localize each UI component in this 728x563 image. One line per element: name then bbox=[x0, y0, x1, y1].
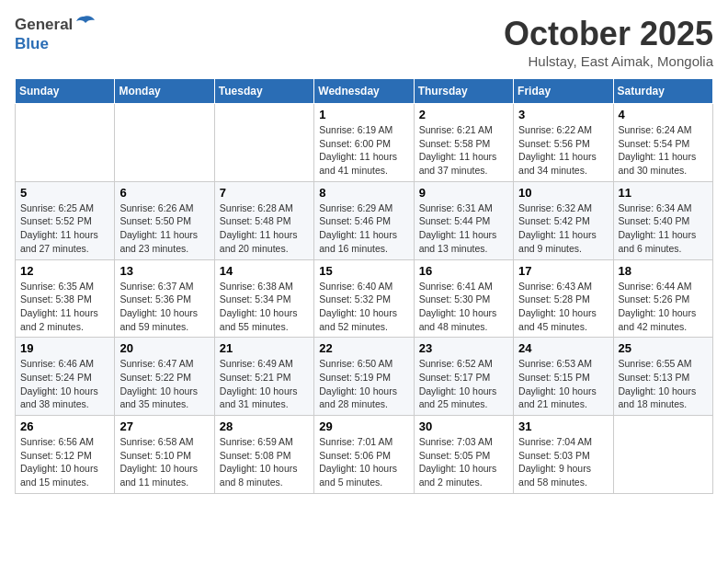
calendar-header-friday: Friday bbox=[514, 79, 613, 104]
location-subtitle: Hulstay, East Aimak, Mongolia bbox=[504, 53, 713, 69]
day-info: Sunrise: 6:22 AM Sunset: 5:56 PM Dayligh… bbox=[518, 123, 608, 178]
day-info: Sunrise: 6:29 AM Sunset: 5:46 PM Dayligh… bbox=[319, 201, 408, 256]
calendar-week-row: 5Sunrise: 6:25 AM Sunset: 5:52 PM Daylig… bbox=[16, 181, 713, 259]
day-number: 26 bbox=[20, 419, 109, 433]
calendar-cell: 27Sunrise: 6:58 AM Sunset: 5:10 PM Dayli… bbox=[115, 416, 214, 494]
day-number: 3 bbox=[518, 108, 608, 121]
day-number: 17 bbox=[518, 264, 608, 278]
day-number: 10 bbox=[518, 186, 608, 200]
calendar-cell: 29Sunrise: 7:01 AM Sunset: 5:06 PM Dayli… bbox=[314, 416, 414, 494]
day-number: 2 bbox=[419, 108, 508, 121]
day-number: 31 bbox=[518, 419, 608, 433]
calendar-cell bbox=[613, 416, 712, 494]
calendar-week-row: 12Sunrise: 6:35 AM Sunset: 5:38 PM Dayli… bbox=[16, 259, 713, 338]
calendar-cell: 9Sunrise: 6:31 AM Sunset: 5:44 PM Daylig… bbox=[414, 181, 513, 259]
day-info: Sunrise: 6:52 AM Sunset: 5:17 PM Dayligh… bbox=[419, 357, 508, 411]
day-info: Sunrise: 6:19 AM Sunset: 6:00 PM Dayligh… bbox=[319, 123, 408, 178]
day-info: Sunrise: 6:56 AM Sunset: 5:12 PM Dayligh… bbox=[20, 435, 109, 489]
day-info: Sunrise: 6:46 AM Sunset: 5:24 PM Dayligh… bbox=[20, 357, 109, 411]
calendar-cell bbox=[214, 104, 313, 182]
calendar-cell: 22Sunrise: 6:50 AM Sunset: 5:19 PM Dayli… bbox=[314, 338, 414, 416]
day-info: Sunrise: 6:31 AM Sunset: 5:44 PM Dayligh… bbox=[419, 201, 508, 256]
day-number: 11 bbox=[619, 186, 708, 200]
day-info: Sunrise: 6:44 AM Sunset: 5:26 PM Dayligh… bbox=[619, 280, 708, 334]
calendar-cell: 20Sunrise: 6:47 AM Sunset: 5:22 PM Dayli… bbox=[115, 338, 214, 416]
day-info: Sunrise: 6:55 AM Sunset: 5:13 PM Dayligh… bbox=[619, 357, 708, 411]
day-info: Sunrise: 6:47 AM Sunset: 5:22 PM Dayligh… bbox=[119, 357, 209, 411]
calendar-cell: 26Sunrise: 6:56 AM Sunset: 5:12 PM Dayli… bbox=[16, 416, 115, 494]
day-number: 7 bbox=[220, 186, 309, 200]
calendar-header-row: SundayMondayTuesdayWednesdayThursdayFrid… bbox=[16, 79, 713, 104]
day-number: 9 bbox=[419, 186, 508, 200]
calendar-cell bbox=[16, 104, 115, 182]
day-number: 21 bbox=[220, 341, 309, 355]
day-info: Sunrise: 6:24 AM Sunset: 5:54 PM Dayligh… bbox=[619, 123, 708, 178]
day-info: Sunrise: 6:35 AM Sunset: 5:38 PM Dayligh… bbox=[20, 280, 109, 334]
day-info: Sunrise: 7:01 AM Sunset: 5:06 PM Dayligh… bbox=[319, 435, 408, 489]
calendar-cell: 4Sunrise: 6:24 AM Sunset: 5:54 PM Daylig… bbox=[613, 104, 712, 182]
day-number: 20 bbox=[119, 341, 209, 355]
day-info: Sunrise: 6:49 AM Sunset: 5:21 PM Dayligh… bbox=[220, 357, 309, 411]
day-number: 30 bbox=[419, 419, 508, 433]
day-number: 25 bbox=[619, 341, 708, 355]
calendar-cell: 24Sunrise: 6:53 AM Sunset: 5:15 PM Dayli… bbox=[514, 338, 613, 416]
day-number: 5 bbox=[20, 186, 109, 200]
day-number: 27 bbox=[119, 419, 209, 433]
calendar-cell: 14Sunrise: 6:38 AM Sunset: 5:34 PM Dayli… bbox=[214, 259, 313, 338]
day-info: Sunrise: 6:41 AM Sunset: 5:30 PM Dayligh… bbox=[419, 280, 508, 334]
calendar-cell: 12Sunrise: 6:35 AM Sunset: 5:38 PM Dayli… bbox=[16, 259, 115, 338]
calendar-header-saturday: Saturday bbox=[613, 79, 712, 104]
calendar-header-tuesday: Tuesday bbox=[214, 79, 313, 104]
day-info: Sunrise: 6:40 AM Sunset: 5:32 PM Dayligh… bbox=[319, 280, 408, 334]
calendar-cell: 3Sunrise: 6:22 AM Sunset: 5:56 PM Daylig… bbox=[514, 104, 613, 182]
calendar-cell: 16Sunrise: 6:41 AM Sunset: 5:30 PM Dayli… bbox=[414, 259, 513, 338]
calendar-cell: 11Sunrise: 6:34 AM Sunset: 5:40 PM Dayli… bbox=[613, 181, 712, 259]
day-info: Sunrise: 7:04 AM Sunset: 5:03 PM Dayligh… bbox=[518, 435, 608, 489]
calendar-cell: 1Sunrise: 6:19 AM Sunset: 6:00 PM Daylig… bbox=[314, 104, 414, 182]
calendar-table: SundayMondayTuesdayWednesdayThursdayFrid… bbox=[15, 78, 713, 494]
calendar-cell: 18Sunrise: 6:44 AM Sunset: 5:26 PM Dayli… bbox=[613, 259, 712, 338]
calendar-cell: 19Sunrise: 6:46 AM Sunset: 5:24 PM Dayli… bbox=[16, 338, 115, 416]
calendar-cell: 31Sunrise: 7:04 AM Sunset: 5:03 PM Dayli… bbox=[514, 416, 613, 494]
calendar-cell: 8Sunrise: 6:29 AM Sunset: 5:46 PM Daylig… bbox=[314, 181, 414, 259]
day-number: 15 bbox=[319, 264, 408, 278]
month-title: October 2025 bbox=[504, 15, 713, 53]
day-number: 1 bbox=[319, 108, 408, 121]
day-info: Sunrise: 7:03 AM Sunset: 5:05 PM Dayligh… bbox=[419, 435, 508, 489]
page-header: General Blue October 2025 Hulstay, East … bbox=[15, 15, 713, 69]
day-info: Sunrise: 6:38 AM Sunset: 5:34 PM Dayligh… bbox=[220, 280, 309, 334]
day-number: 4 bbox=[619, 108, 708, 121]
calendar-week-row: 26Sunrise: 6:56 AM Sunset: 5:12 PM Dayli… bbox=[16, 416, 713, 494]
calendar-week-row: 1Sunrise: 6:19 AM Sunset: 6:00 PM Daylig… bbox=[16, 104, 713, 182]
day-number: 14 bbox=[220, 264, 309, 278]
day-info: Sunrise: 6:50 AM Sunset: 5:19 PM Dayligh… bbox=[319, 357, 408, 411]
day-number: 28 bbox=[220, 419, 309, 433]
day-number: 16 bbox=[419, 264, 508, 278]
day-info: Sunrise: 6:37 AM Sunset: 5:36 PM Dayligh… bbox=[119, 280, 209, 334]
title-block: October 2025 Hulstay, East Aimak, Mongol… bbox=[504, 15, 713, 69]
day-info: Sunrise: 6:21 AM Sunset: 5:58 PM Dayligh… bbox=[419, 123, 508, 178]
logo-blue: Blue bbox=[15, 35, 49, 53]
day-info: Sunrise: 6:59 AM Sunset: 5:08 PM Dayligh… bbox=[220, 435, 309, 489]
calendar-header-wednesday: Wednesday bbox=[314, 79, 414, 104]
day-number: 24 bbox=[518, 341, 608, 355]
calendar-cell: 28Sunrise: 6:59 AM Sunset: 5:08 PM Dayli… bbox=[214, 416, 313, 494]
calendar-cell: 6Sunrise: 6:26 AM Sunset: 5:50 PM Daylig… bbox=[115, 181, 214, 259]
calendar-cell: 2Sunrise: 6:21 AM Sunset: 5:58 PM Daylig… bbox=[414, 104, 513, 182]
day-info: Sunrise: 6:28 AM Sunset: 5:48 PM Dayligh… bbox=[220, 201, 309, 256]
day-number: 6 bbox=[119, 186, 209, 200]
day-number: 29 bbox=[319, 419, 408, 433]
day-number: 18 bbox=[619, 264, 708, 278]
calendar-cell: 7Sunrise: 6:28 AM Sunset: 5:48 PM Daylig… bbox=[214, 181, 313, 259]
day-info: Sunrise: 6:26 AM Sunset: 5:50 PM Dayligh… bbox=[119, 201, 209, 256]
day-number: 23 bbox=[419, 341, 508, 355]
calendar-cell: 30Sunrise: 7:03 AM Sunset: 5:05 PM Dayli… bbox=[414, 416, 513, 494]
logo-general: General bbox=[15, 16, 73, 34]
calendar-cell: 15Sunrise: 6:40 AM Sunset: 5:32 PM Dayli… bbox=[314, 259, 414, 338]
calendar-cell: 17Sunrise: 6:43 AM Sunset: 5:28 PM Dayli… bbox=[514, 259, 613, 338]
calendar-cell: 13Sunrise: 6:37 AM Sunset: 5:36 PM Dayli… bbox=[115, 259, 214, 338]
day-info: Sunrise: 6:43 AM Sunset: 5:28 PM Dayligh… bbox=[518, 280, 608, 334]
day-number: 13 bbox=[119, 264, 209, 278]
calendar-week-row: 19Sunrise: 6:46 AM Sunset: 5:24 PM Dayli… bbox=[16, 338, 713, 416]
calendar-header-thursday: Thursday bbox=[414, 79, 513, 104]
